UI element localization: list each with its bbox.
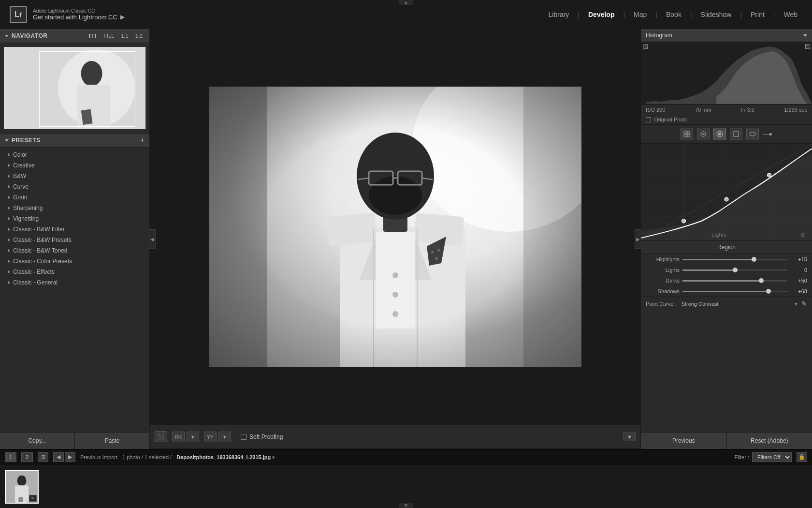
add-preset-button[interactable]: + [140,136,145,144]
angle-dropdown-icon[interactable]: ▾ [218,432,231,442]
radial-gradient-tool[interactable] [713,128,726,140]
filmstrip-lock-icon[interactable]: 🔒 [797,452,807,462]
reset-button[interactable]: Reset (Adobe) [727,433,812,449]
shadows-thumb[interactable] [766,289,771,294]
circle-tool[interactable] [697,128,710,140]
preset-curve[interactable]: Curve [0,181,149,192]
presets-title: Presets [12,137,41,144]
preset-classic-bw-presets[interactable]: Classic - B&W Presets [0,235,149,245]
original-photo-checkbox[interactable] [646,117,651,122]
preset-vignetting[interactable]: Vignetting [0,213,149,224]
tab-1-button[interactable]: 1 [5,452,16,462]
preset-classic-color-presets[interactable]: Classic - Color Presets [0,256,149,267]
soft-proofing-label: Soft Proofing [249,433,283,440]
nav-next-arrow[interactable]: ▶ [65,452,75,462]
preset-sharpening[interactable]: Sharpening [0,203,149,213]
original-photo-label: Original Photo [654,117,688,122]
toolbar-mode-dropdown[interactable]: ▼ [624,433,636,441]
import-label: Previous Import [80,454,117,460]
tab-2-button[interactable]: 2 [21,452,33,462]
nav-library[interactable]: Library [544,9,574,20]
darks-slider-row: Darks +50 [641,275,812,286]
nav-develop[interactable]: Develop [583,9,619,20]
filmstrip-thumb-1[interactable]: ✎ [5,470,39,504]
center-panel: ⬛ RR ▾ YY ▾ Soft Proofing ▼ [150,29,640,449]
highlights-slider-row: Highlights +15 [641,254,812,265]
nav-map[interactable]: Map [629,9,652,20]
nav-web[interactable]: Web [779,9,802,20]
preset-arrow-classic-general [8,281,10,284]
aspect-dropdown-icon[interactable]: ▾ [187,432,199,442]
highlights-track[interactable] [682,259,787,260]
svg-rect-43 [734,132,739,136]
nav-1to1-btn[interactable]: 1:1 [119,32,130,40]
nav-print[interactable]: Print [746,9,769,20]
preset-bw[interactable]: B&W [0,171,149,181]
nav-1to2-btn[interactable]: 1:2 [133,32,145,40]
lights-slider-row: Lights 0 [641,265,812,275]
aperture-info: f / 3.5 [741,107,754,113]
preset-arrow-bw [8,174,10,178]
grid-overlay-tool[interactable] [681,128,693,140]
svg-point-59 [17,475,27,486]
preset-classic-bw-toned[interactable]: Classic - B&W Toned [0,245,149,256]
square-mask-tool[interactable] [730,128,742,140]
highlights-thumb[interactable] [752,257,756,262]
presets-header[interactable]: Presets + [0,134,149,148]
shadows-track[interactable] [682,291,787,292]
paste-button[interactable]: Paste [75,433,149,449]
svg-rect-36 [687,131,690,134]
oval-tool[interactable] [746,128,759,140]
filmstrip: ✎ [0,464,812,508]
nav-prev-arrow[interactable]: ◀ [53,452,64,462]
preset-arrow-vignetting [8,217,10,221]
filename-label: Depositphotos_193368364_l-2015.jpg ▾ [176,454,275,460]
top-collapse-arrow[interactable]: ▲ [399,0,413,5]
shutter-info: 1/250 sec [784,107,807,113]
svg-rect-38 [687,134,690,137]
curve-canvas[interactable]: Lights 0 [641,144,812,240]
preset-creative[interactable]: Creative [0,160,149,171]
highlight-clipping-indicator[interactable] [805,44,810,49]
nav-book[interactable]: Book [661,9,686,20]
main-content: ◀ Navigator FIT FILL 1:1 1:2 [0,29,812,449]
point-curve-edit-icon[interactable]: ✎ [801,300,807,308]
shadow-clipping-indicator[interactable] [643,44,648,49]
lights-thumb[interactable] [733,268,738,272]
region-header: Region [641,241,812,254]
point-curve-label: Point Curve : [646,301,677,307]
preset-arrow-curve [8,185,10,189]
curve-section: Lights 0 [641,144,812,241]
preset-classic-bw-filter[interactable]: Classic - B&W Filter [0,224,149,235]
presets-section: Presets + Color Creative B&W [0,134,149,432]
darks-track[interactable] [682,280,787,282]
iso-info: ISO 200 [646,107,665,113]
navigator-header[interactable]: Navigator FIT FILL 1:1 1:2 [0,29,149,43]
preset-color[interactable]: Color [0,149,149,160]
nav-fill-btn[interactable]: FILL [102,32,116,40]
preset-classic-effects[interactable]: Classic - Effects [0,267,149,277]
preset-classic-general[interactable]: Classic - General [0,277,149,288]
right-panel-collapse-arrow[interactable]: ▶ [635,229,641,249]
filter-section: Filter : Filters Off [734,452,792,462]
angle-icon[interactable]: YY [204,432,217,442]
nav-fit-btn[interactable]: FIT [87,32,99,40]
aspect-ratio-icon[interactable]: RR [172,432,185,442]
slider-end-control: —● [763,131,772,137]
copy-button[interactable]: Copy... [0,433,75,449]
app-company: Adobe Lightroom Classic CC [33,8,125,14]
nav-slideshow[interactable]: Slideshow [696,9,737,20]
left-panel-collapse-arrow[interactable]: ◀ [149,229,156,249]
grid-view-icon[interactable]: ⊞ [38,452,48,462]
histogram-svg [641,42,812,105]
darks-thumb[interactable] [759,278,764,283]
previous-button[interactable]: Previous [641,433,727,449]
preset-arrow-classic-bw-filter [8,227,10,231]
top-nav: Library | Develop | Map | Book | Slidesh… [544,9,802,20]
soft-proofing-checkbox[interactable] [241,434,246,440]
crop-tool-icon[interactable]: ⬛ [155,432,167,442]
preset-grain[interactable]: Grain [0,192,149,203]
bottom-collapse-arrow[interactable]: ▼ [399,503,413,508]
lights-track[interactable] [682,269,787,271]
filter-select[interactable]: Filters Off [752,452,792,462]
